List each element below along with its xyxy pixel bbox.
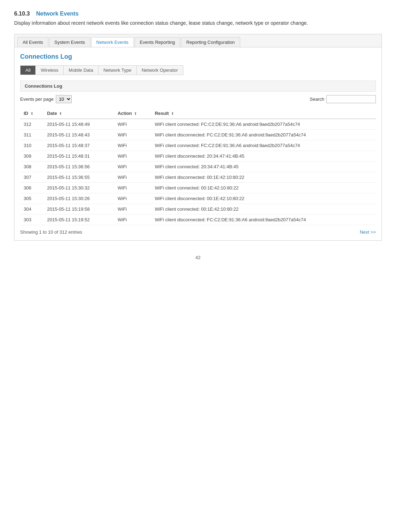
cell-date: 2015-05-11 15:30:32 [43, 183, 114, 193]
table-footer: Showing 1 to 10 of 312 entries Next >> [20, 229, 376, 235]
tab-all-events[interactable]: All Events [17, 37, 48, 47]
table-row: 3112015-05-11 15:48:43WiFiWiFi client di… [20, 130, 376, 140]
tab-bar: All Events System Events Network Events … [14, 34, 382, 47]
subtab-network-type[interactable]: Network Type [99, 66, 137, 75]
cell-result: WiFi client disconnected: FC:C2:DE:91:36… [151, 130, 376, 140]
events-per-page-label: Events per page [20, 97, 54, 102]
connections-table: ID ⬆ Date ⬆ Action ⬆ Result ⬆ [20, 108, 376, 225]
col-result[interactable]: Result ⬆ [151, 108, 376, 119]
cell-action: WiFi [114, 204, 151, 215]
table-row: 3082015-05-11 15:36:56WiFiWiFi client co… [20, 162, 376, 172]
col-id-label: ID [24, 111, 28, 116]
cell-action: WiFi [114, 215, 151, 225]
sort-action-icon: ⬆ [134, 112, 137, 116]
cell-date: 2015-05-11 15:48:37 [43, 140, 114, 151]
cell-id: 311 [20, 130, 43, 140]
sort-date-icon: ⬆ [59, 112, 62, 116]
subtab-network-operator[interactable]: Network Operator [137, 66, 183, 75]
search-control: Search [310, 95, 376, 103]
subtab-wireless[interactable]: Wireless [36, 66, 64, 75]
showing-entries-text: Showing 1 to 10 of 312 entries [20, 229, 82, 235]
sort-result-icon: ⬆ [171, 112, 174, 116]
section-number: 6.10.3 [14, 11, 30, 17]
cell-action: WiFi [114, 140, 151, 151]
search-input[interactable] [326, 95, 376, 103]
cell-date: 2015-05-11 15:19:52 [43, 215, 114, 225]
table-row: 3032015-05-11 15:19:52WiFiWiFi client di… [20, 215, 376, 225]
cell-result: WiFi client disconnected: 00:1E:42:10:80… [151, 172, 376, 183]
cell-id: 309 [20, 151, 43, 162]
subtab-all[interactable]: All [20, 66, 36, 75]
sort-id-icon: ⬆ [30, 112, 33, 116]
cell-date: 2015-05-11 15:48:31 [43, 151, 114, 162]
cell-action: WiFi [114, 151, 151, 162]
main-panel: All Events System Events Network Events … [14, 34, 382, 241]
cell-date: 2015-05-11 15:30:26 [43, 193, 114, 204]
subtab-mobile-data[interactable]: Mobile Data [64, 66, 98, 75]
panel-body: Connections Log All Wireless Mobile Data… [14, 47, 382, 240]
section-heading: 6.10.3 Network Events [14, 11, 382, 17]
cell-id: 310 [20, 140, 43, 151]
cell-action: WiFi [114, 172, 151, 183]
controls-row: Events per page 10 25 50 Search [20, 95, 376, 103]
cell-id: 306 [20, 183, 43, 193]
cell-result: WiFi client connected: FC:C2:DE:91:36:A6… [151, 140, 376, 151]
col-action[interactable]: Action ⬆ [114, 108, 151, 119]
cell-date: 2015-05-11 15:48:49 [43, 119, 114, 130]
cell-result: WiFi client connected: 00:1E:42:10:80:22 [151, 204, 376, 215]
tab-events-reporting[interactable]: Events Reporting [135, 37, 181, 47]
col-result-label: Result [155, 111, 169, 116]
cell-action: WiFi [114, 183, 151, 193]
table-row: 3122015-05-11 15:48:49WiFiWiFi client co… [20, 119, 376, 130]
cell-id: 312 [20, 119, 43, 130]
tab-system-events[interactable]: System Events [49, 37, 90, 47]
col-date-label: Date [47, 111, 57, 116]
search-label: Search [310, 97, 324, 102]
cell-result: WiFi client disconnected: 20:34:47:41:4B… [151, 151, 376, 162]
table-row: 3102015-05-11 15:48:37WiFiWiFi client co… [20, 140, 376, 151]
page-number: 42 [14, 255, 382, 260]
cell-action: WiFi [114, 130, 151, 140]
connections-log-title: Connections Log [20, 53, 376, 60]
col-action-label: Action [118, 111, 132, 116]
section-title: Network Events [36, 11, 78, 17]
cell-action: WiFi [114, 162, 151, 172]
table-row: 3072015-05-11 15:36:55WiFiWiFi client di… [20, 172, 376, 183]
col-date[interactable]: Date ⬆ [43, 108, 114, 119]
table-row: 3062015-05-11 15:30:32WiFiWiFi client co… [20, 183, 376, 193]
cell-result: WiFi client disconnected: 00:1E:42:10:80… [151, 193, 376, 204]
cell-result: WiFi client connected: 00:1E:42:10:80:22 [151, 183, 376, 193]
cell-action: WiFi [114, 119, 151, 130]
section-description: Display information about recent network… [14, 19, 382, 27]
cell-date: 2015-05-11 15:36:56 [43, 162, 114, 172]
cell-id: 307 [20, 172, 43, 183]
cell-date: 2015-05-11 15:36:55 [43, 172, 114, 183]
table-row: 3052015-05-11 15:30:26WiFiWiFi client di… [20, 193, 376, 204]
tab-reporting-configuration[interactable]: Reporting Configuration [181, 37, 240, 47]
cell-action: WiFi [114, 193, 151, 204]
col-id[interactable]: ID ⬆ [20, 108, 43, 119]
table-row: 3042015-05-11 15:19:58WiFiWiFi client co… [20, 204, 376, 215]
cell-id: 303 [20, 215, 43, 225]
cell-result: WiFi client connected: 20:34:47:41:4B:45 [151, 162, 376, 172]
table-row: 3092015-05-11 15:48:31WiFiWiFi client di… [20, 151, 376, 162]
table-body: 3122015-05-11 15:48:49WiFiWiFi client co… [20, 119, 376, 225]
cell-result: WiFi client disconnected: FC:C2:DE:91:36… [151, 215, 376, 225]
cell-id: 308 [20, 162, 43, 172]
events-per-page-select[interactable]: 10 25 50 [56, 95, 72, 103]
cell-date: 2015-05-11 15:48:43 [43, 130, 114, 140]
cell-result: WiFi client connected: FC:C2:DE:91:36:A6… [151, 119, 376, 130]
cell-id: 304 [20, 204, 43, 215]
cell-id: 305 [20, 193, 43, 204]
section-label: Connections Log [20, 81, 376, 92]
table-header-row: ID ⬆ Date ⬆ Action ⬆ Result ⬆ [20, 108, 376, 119]
next-button[interactable]: Next >> [360, 229, 376, 235]
cell-date: 2015-05-11 15:19:58 [43, 204, 114, 215]
subtab-bar: All Wireless Mobile Data Network Type Ne… [20, 65, 183, 75]
tab-network-events[interactable]: Network Events [91, 37, 134, 47]
events-per-page-control: Events per page 10 25 50 [20, 95, 72, 103]
